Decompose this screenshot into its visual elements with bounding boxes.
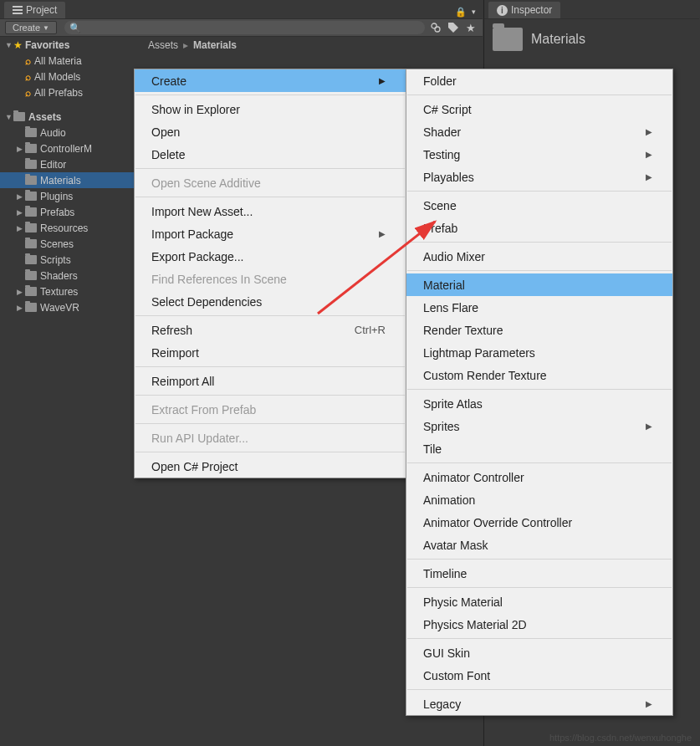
- menu-item-label: Folder: [423, 74, 457, 88]
- asset-item-scenes[interactable]: Scenes: [0, 236, 140, 252]
- assets-section[interactable]: ▼Assets: [0, 109, 140, 125]
- menu-item-label: Physic Material: [423, 595, 503, 609]
- menu-item-reimport[interactable]: Reimport: [135, 341, 406, 364]
- asset-item-editor[interactable]: Editor: [0, 156, 140, 172]
- menu-item-refresh[interactable]: RefreshCtrl+R: [135, 319, 406, 341]
- asset-item-resources[interactable]: ▶Resources: [0, 220, 140, 236]
- menu-item-material[interactable]: Material: [406, 273, 672, 296]
- menu-item-animator-controller[interactable]: Animator Controller: [406, 466, 672, 488]
- menu-item-show-in-explorer[interactable]: Show in Explorer: [135, 98, 406, 120]
- menu-item-animation[interactable]: Animation: [406, 488, 672, 511]
- asset-item-textures[interactable]: ▶Textures: [0, 284, 140, 299]
- panel-menu-icon[interactable]: ▾: [469, 5, 478, 18]
- breadcrumb-current[interactable]: Materials: [193, 39, 237, 51]
- menu-separator: [407, 462, 672, 463]
- menu-item-label: Lens Flare: [423, 301, 478, 314]
- create-button[interactable]: Create ▼: [5, 21, 57, 34]
- favorites-item-0[interactable]: ⌕All Materia: [0, 53, 140, 69]
- folder-icon: [25, 303, 37, 312]
- folder-icon: [13, 112, 25, 121]
- inspector-tab-label: Inspector: [511, 4, 552, 16]
- inspector-body: Materials: [484, 18, 699, 59]
- favorites-item-1[interactable]: ⌕All Models: [0, 69, 140, 84]
- menu-item-tile[interactable]: Tile: [406, 437, 672, 460]
- menu-item-label: Scene: [423, 199, 457, 212]
- menu-item-scene[interactable]: Scene: [406, 194, 672, 217]
- menu-separator: [407, 638, 672, 639]
- menu-item-label: Open: [151, 125, 180, 139]
- project-tab[interactable]: Project: [4, 2, 65, 18]
- asset-item-controllerm[interactable]: ▶ControllerM: [0, 141, 140, 156]
- menu-item-legacy[interactable]: Legacy▶: [406, 692, 672, 715]
- menu-item-label: Animator Override Controller: [423, 516, 572, 529]
- menu-item-folder[interactable]: Folder: [406, 69, 672, 92]
- menu-item-open-c-project[interactable]: Open C# Project: [135, 455, 406, 478]
- filter-type-icon[interactable]: [429, 21, 442, 34]
- menu-item-label: Audio Mixer: [423, 250, 485, 263]
- menu-item-shader[interactable]: Shader▶: [406, 120, 672, 143]
- menu-item-label: Create: [151, 74, 186, 88]
- asset-item-plugins[interactable]: ▶Plugins: [0, 188, 140, 204]
- menu-item-label: Custom Font: [423, 669, 490, 682]
- menu-item-lightmap-parameters[interactable]: Lightmap Parameters: [406, 341, 672, 364]
- menu-item-create[interactable]: Create▶: [135, 69, 406, 92]
- menu-item-label: Reimport All: [151, 375, 214, 388]
- menu-item-lens-flare[interactable]: Lens Flare: [406, 296, 672, 319]
- menu-item-label: Open C# Project: [151, 460, 238, 473]
- favorites-section[interactable]: ▼★Favorites: [0, 37, 140, 53]
- menu-item-label: Extract From Prefab: [151, 403, 256, 416]
- menu-item-import-package[interactable]: Import Package▶: [135, 222, 406, 245]
- menu-item-export-package[interactable]: Export Package...: [135, 245, 406, 268]
- menu-separator: [407, 95, 672, 95]
- menu-item-animator-override-controller[interactable]: Animator Override Controller: [406, 511, 672, 534]
- menu-item-sprites[interactable]: Sprites▶: [406, 415, 672, 437]
- menu-item-label: Sprite Atlas: [423, 397, 483, 411]
- asset-item-shaders[interactable]: Shaders: [0, 268, 140, 284]
- menu-item-playables[interactable]: Playables▶: [406, 166, 672, 188]
- menu-item-label: Render Texture: [423, 324, 503, 337]
- menu-item-label: Find References In Scene: [151, 273, 287, 286]
- search-input[interactable]: 🔍: [64, 21, 425, 34]
- menu-item-custom-font[interactable]: Custom Font: [406, 664, 672, 687]
- menu-item-audio-mixer[interactable]: Audio Mixer: [406, 245, 672, 268]
- menu-item-delete[interactable]: Delete: [135, 143, 406, 166]
- menu-item-label: Timeline: [423, 567, 467, 580]
- asset-item-audio[interactable]: Audio: [0, 125, 140, 141]
- asset-item-wavevr[interactable]: ▶WaveVR: [0, 299, 140, 315]
- menu-item-avatar-mask[interactable]: Avatar Mask: [406, 534, 672, 556]
- menu-item-label: Open Scene Additive: [151, 176, 261, 190]
- menu-item-render-texture[interactable]: Render Texture: [406, 319, 672, 341]
- menu-separator: [135, 197, 405, 197]
- breadcrumb-root[interactable]: Assets: [148, 39, 178, 51]
- menu-item-open[interactable]: Open: [135, 120, 406, 143]
- menu-item-physic-material[interactable]: Physic Material: [406, 590, 672, 613]
- chevron-right-icon: ▶: [379, 229, 386, 238]
- menu-item-label: Sprites: [423, 420, 460, 433]
- menu-item-select-dependencies[interactable]: Select Dependencies: [135, 290, 406, 313]
- menu-item-physics-material-2d[interactable]: Physics Material 2D: [406, 613, 672, 636]
- menu-item-gui-skin[interactable]: GUI Skin: [406, 641, 672, 664]
- menu-item-custom-render-texture[interactable]: Custom Render Texture: [406, 364, 672, 386]
- menu-item-c-script[interactable]: C# Script: [406, 98, 672, 120]
- menu-item-label: Show in Explorer: [151, 103, 240, 116]
- lock-icon[interactable]: 🔒: [454, 5, 468, 18]
- folder-icon: [25, 160, 37, 169]
- menu-item-import-new-asset[interactable]: Import New Asset...: [135, 200, 406, 222]
- asset-item-scripts[interactable]: Scripts: [0, 252, 140, 268]
- menu-item-label: Import Package: [151, 227, 233, 241]
- menu-item-reimport-all[interactable]: Reimport All: [135, 370, 406, 392]
- chevron-right-icon: ▶: [646, 127, 652, 136]
- menu-item-label: Import New Asset...: [151, 205, 253, 218]
- favorites-item-2[interactable]: ⌕All Prefabs: [0, 84, 140, 100]
- asset-item-prefabs[interactable]: ▶Prefabs: [0, 204, 140, 220]
- menu-item-timeline[interactable]: Timeline: [406, 562, 672, 585]
- menu-item-sprite-atlas[interactable]: Sprite Atlas: [406, 392, 672, 415]
- inspector-tab[interactable]: i Inspector: [488, 2, 560, 18]
- folder-icon: [493, 28, 523, 51]
- filter-label-icon[interactable]: [447, 21, 460, 34]
- menu-item-testing[interactable]: Testing▶: [406, 143, 672, 166]
- menu-item-prefab[interactable]: Prefab: [406, 217, 672, 239]
- favorite-filter-icon[interactable]: ★: [464, 21, 478, 34]
- asset-item-materials[interactable]: Materials: [0, 172, 140, 188]
- menu-separator: [135, 315, 405, 316]
